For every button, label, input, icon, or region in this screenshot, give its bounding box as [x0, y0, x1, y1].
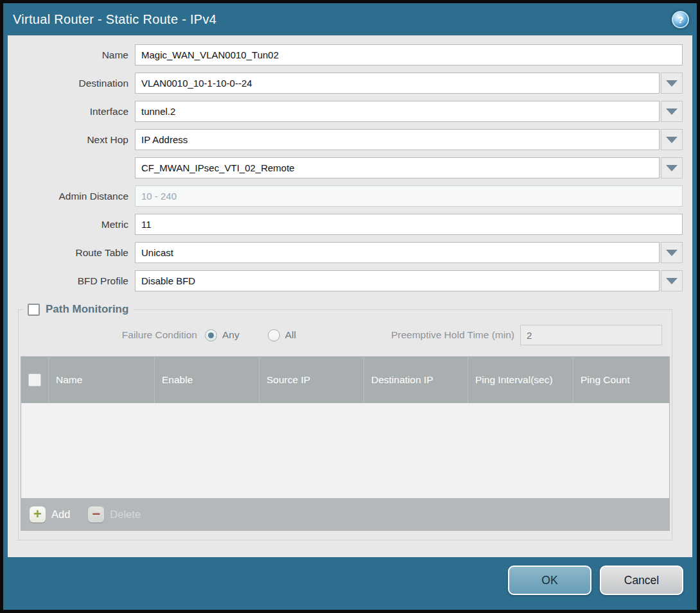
bfd-profile-field-wrap — [135, 270, 683, 291]
bfd-profile-dropdown-button[interactable] — [661, 270, 683, 291]
delete-icon: − — [88, 506, 104, 522]
table-toolbar: + Add − Delete — [21, 498, 669, 530]
chevron-down-icon — [666, 278, 678, 284]
column-header-ping-interval: Ping Interval(sec) — [468, 357, 573, 403]
failure-condition-row: Failure Condition Any All Preemptive Hol… — [20, 325, 670, 345]
column-header-ping-count: Ping Count — [573, 357, 669, 403]
failure-condition-all-label: All — [285, 329, 296, 341]
add-button[interactable]: + Add — [30, 506, 70, 522]
cancel-button[interactable]: Cancel — [600, 566, 683, 595]
path-monitoring-table: Name Enable Source IP Destination IP Pin… — [21, 356, 670, 531]
next-hop-label: Next Hop — [8, 134, 135, 146]
next-hop-address-input[interactable] — [135, 157, 660, 178]
metric-input[interactable] — [135, 214, 683, 235]
failure-condition-any-radio — [205, 329, 217, 341]
next-hop-field-wrap — [135, 129, 683, 150]
chevron-down-icon — [666, 165, 678, 171]
add-button-label: Add — [51, 508, 70, 521]
next-hop-value-field-wrap — [135, 157, 683, 178]
route-table-dropdown-button[interactable] — [661, 242, 683, 263]
preemptive-hold-time-label: Preemptive Hold Time (min) — [324, 329, 520, 341]
interface-dropdown-button[interactable] — [661, 101, 683, 122]
form-row-bfd-profile: BFD Profile — [8, 270, 683, 291]
interface-field-wrap — [135, 101, 683, 122]
next-hop-type-input[interactable] — [135, 129, 660, 150]
destination-label: Destination — [8, 78, 135, 89]
form-row-metric: Metric — [8, 214, 683, 235]
form-row-next-hop-value — [8, 157, 683, 178]
chevron-down-icon — [666, 108, 678, 115]
dialog-window: Virtual Router - Static Route - IPv4 ? N… — [0, 0, 700, 613]
bfd-profile-input[interactable] — [135, 270, 660, 291]
column-header-enable: Enable — [154, 357, 259, 403]
dialog-titlebar: Virtual Router - Static Route - IPv4 ? — [3, 3, 697, 35]
destination-input[interactable] — [135, 73, 660, 94]
column-header-destination-ip: Destination IP — [363, 357, 468, 403]
interface-label: Interface — [8, 106, 135, 117]
name-input[interactable] — [135, 44, 683, 65]
chevron-down-icon — [666, 250, 678, 256]
chevron-down-icon — [666, 80, 678, 87]
interface-input[interactable] — [135, 101, 660, 122]
failure-condition-any-label: Any — [222, 329, 240, 341]
select-all-checkbox — [28, 374, 41, 386]
route-table-label: Route Table — [8, 247, 135, 259]
ok-button[interactable]: OK — [508, 566, 591, 595]
column-header-name: Name — [48, 357, 154, 403]
next-hop-type-dropdown-button[interactable] — [661, 129, 683, 150]
metric-field-wrap — [135, 214, 683, 235]
add-icon: + — [30, 506, 46, 522]
admin-distance-field-wrap — [135, 186, 683, 207]
table-header-row: Name Enable Source IP Destination IP Pin… — [21, 357, 669, 403]
path-monitoring-legend: Path Monitoring — [23, 303, 133, 316]
select-all-header-cell — [21, 357, 48, 403]
form-row-admin-distance: Admin Distance — [8, 186, 683, 207]
form-row-interface: Interface — [8, 101, 683, 122]
name-field-wrap — [135, 44, 683, 65]
next-hop-address-dropdown-button[interactable] — [661, 157, 683, 178]
metric-label: Metric — [8, 219, 135, 230]
path-monitoring-checkbox[interactable] — [28, 304, 40, 316]
admin-distance-label: Admin Distance — [8, 191, 135, 202]
column-header-source-ip: Source IP — [259, 357, 363, 403]
admin-distance-input[interactable] — [135, 186, 683, 207]
dialog-title: Virtual Router - Static Route - IPv4 — [13, 12, 216, 27]
form-row-destination: Destination — [8, 73, 683, 94]
failure-condition-all-radio — [268, 329, 280, 341]
path-monitoring-section: Path Monitoring Failure Condition Any Al… — [18, 303, 672, 540]
help-icon[interactable]: ? — [672, 11, 689, 28]
form-row-next-hop: Next Hop — [8, 129, 683, 150]
form-row-route-table: Route Table — [8, 242, 683, 263]
route-table-input[interactable] — [135, 242, 660, 263]
dialog-content: Name Destination Interface Next Hop — [8, 35, 692, 557]
table-body-empty — [21, 403, 669, 498]
failure-condition-label: Failure Condition — [20, 329, 205, 341]
bfd-profile-label: BFD Profile — [8, 275, 135, 287]
delete-button: − Delete — [88, 506, 141, 522]
name-label: Name — [8, 49, 135, 61]
destination-field-wrap — [135, 73, 683, 94]
dialog-footer: OK Cancel — [3, 557, 697, 610]
destination-dropdown-button[interactable] — [661, 73, 683, 94]
path-monitoring-title: Path Monitoring — [46, 303, 128, 316]
chevron-down-icon — [666, 137, 678, 143]
route-table-field-wrap — [135, 242, 683, 263]
form-row-name: Name — [8, 44, 683, 65]
delete-button-label: Delete — [110, 508, 141, 521]
preemptive-hold-time-input — [520, 325, 662, 345]
